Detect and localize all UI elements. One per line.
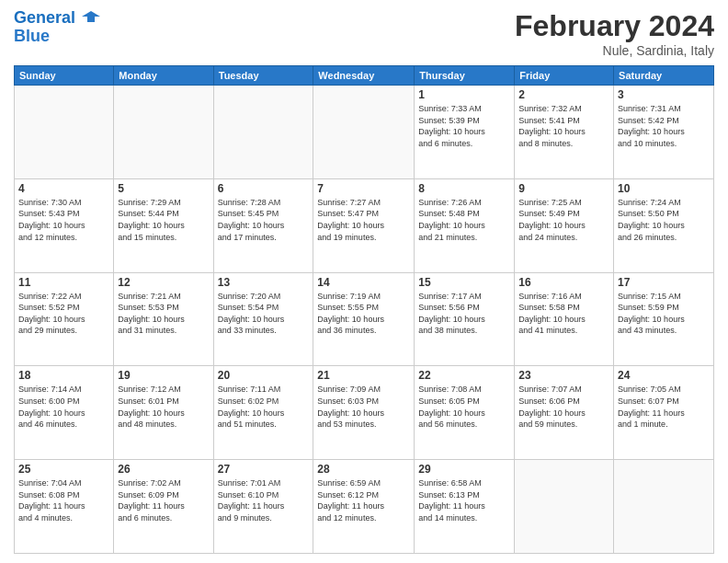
calendar-cell: 24Sunrise: 7:05 AM Sunset: 6:07 PM Dayli…	[614, 366, 714, 460]
calendar-cell	[313, 86, 415, 179]
day-number: 29	[418, 463, 510, 476]
calendar-dow-friday: Friday	[515, 66, 614, 86]
day-info: Sunrise: 7:22 AM Sunset: 5:52 PM Dayligh…	[18, 291, 109, 337]
day-info: Sunrise: 7:11 AM Sunset: 6:02 PM Dayligh…	[218, 384, 310, 430]
day-info: Sunrise: 7:24 AM Sunset: 5:50 PM Dayligh…	[618, 197, 710, 243]
day-info: Sunrise: 7:12 AM Sunset: 6:01 PM Dayligh…	[118, 384, 209, 430]
logo-text: General	[14, 9, 100, 28]
day-info: Sunrise: 7:28 AM Sunset: 5:45 PM Dayligh…	[218, 197, 310, 243]
day-info: Sunrise: 7:15 AM Sunset: 5:59 PM Dayligh…	[618, 291, 710, 337]
day-number: 25	[18, 463, 109, 476]
title-block: February 2024 Nule, Sardinia, Italy	[515, 9, 714, 58]
calendar-week-5: 25Sunrise: 7:04 AM Sunset: 6:08 PM Dayli…	[15, 460, 714, 554]
day-info: Sunrise: 7:17 AM Sunset: 5:56 PM Dayligh…	[418, 291, 510, 337]
calendar-cell: 12Sunrise: 7:21 AM Sunset: 5:53 PM Dayli…	[114, 272, 213, 366]
calendar-cell: 1Sunrise: 7:33 AM Sunset: 5:39 PM Daylig…	[415, 86, 515, 179]
header: General Blue February 2024 Nule, Sardini…	[14, 9, 714, 58]
calendar-week-1: 1Sunrise: 7:33 AM Sunset: 5:39 PM Daylig…	[15, 86, 714, 179]
day-number: 17	[618, 276, 710, 289]
day-info: Sunrise: 7:14 AM Sunset: 6:00 PM Dayligh…	[18, 384, 109, 430]
day-info: Sunrise: 7:04 AM Sunset: 6:08 PM Dayligh…	[18, 477, 109, 523]
day-number: 18	[18, 369, 109, 382]
day-number: 23	[518, 369, 609, 382]
day-number: 1	[418, 88, 510, 101]
calendar-cell: 8Sunrise: 7:26 AM Sunset: 5:48 PM Daylig…	[415, 178, 515, 272]
day-number: 27	[218, 463, 310, 476]
calendar-cell: 17Sunrise: 7:15 AM Sunset: 5:59 PM Dayli…	[614, 272, 714, 366]
calendar-cell: 28Sunrise: 6:59 AM Sunset: 6:12 PM Dayli…	[313, 460, 415, 554]
day-info: Sunrise: 7:25 AM Sunset: 5:49 PM Dayligh…	[518, 197, 609, 243]
calendar-table: SundayMondayTuesdayWednesdayThursdayFrid…	[14, 65, 714, 554]
calendar-cell: 23Sunrise: 7:07 AM Sunset: 6:06 PM Dayli…	[515, 366, 614, 460]
calendar-cell: 15Sunrise: 7:17 AM Sunset: 5:56 PM Dayli…	[415, 272, 515, 366]
day-info: Sunrise: 7:05 AM Sunset: 6:07 PM Dayligh…	[618, 384, 710, 430]
calendar-week-4: 18Sunrise: 7:14 AM Sunset: 6:00 PM Dayli…	[15, 366, 714, 460]
calendar-dow-thursday: Thursday	[415, 66, 515, 86]
logo-bird-icon	[82, 9, 100, 28]
calendar-cell: 19Sunrise: 7:12 AM Sunset: 6:01 PM Dayli…	[114, 366, 213, 460]
logo: General Blue	[14, 9, 100, 46]
svg-marker-0	[82, 11, 100, 22]
day-number: 8	[418, 182, 510, 195]
day-info: Sunrise: 6:58 AM Sunset: 6:13 PM Dayligh…	[418, 477, 510, 523]
day-number: 6	[218, 182, 310, 195]
calendar-cell: 29Sunrise: 6:58 AM Sunset: 6:13 PM Dayli…	[415, 460, 515, 554]
calendar-cell: 14Sunrise: 7:19 AM Sunset: 5:55 PM Dayli…	[313, 272, 415, 366]
day-number: 14	[317, 276, 410, 289]
day-number: 24	[618, 369, 710, 382]
day-info: Sunrise: 7:26 AM Sunset: 5:48 PM Dayligh…	[418, 197, 510, 243]
calendar-header-row: SundayMondayTuesdayWednesdayThursdayFrid…	[15, 66, 714, 86]
day-number: 11	[18, 276, 109, 289]
day-info: Sunrise: 6:59 AM Sunset: 6:12 PM Dayligh…	[317, 477, 410, 523]
page: General Blue February 2024 Nule, Sardini…	[0, 0, 728, 563]
calendar-cell: 26Sunrise: 7:02 AM Sunset: 6:09 PM Dayli…	[114, 460, 213, 554]
calendar-dow-tuesday: Tuesday	[213, 66, 313, 86]
calendar-cell: 13Sunrise: 7:20 AM Sunset: 5:54 PM Dayli…	[213, 272, 313, 366]
day-info: Sunrise: 7:32 AM Sunset: 5:41 PM Dayligh…	[518, 103, 609, 149]
day-info: Sunrise: 7:27 AM Sunset: 5:47 PM Dayligh…	[317, 197, 410, 243]
day-number: 3	[618, 88, 710, 101]
day-info: Sunrise: 7:09 AM Sunset: 6:03 PM Dayligh…	[317, 384, 410, 430]
day-number: 10	[618, 182, 710, 195]
calendar-cell: 9Sunrise: 7:25 AM Sunset: 5:49 PM Daylig…	[515, 178, 614, 272]
day-number: 19	[118, 369, 209, 382]
calendar-cell: 16Sunrise: 7:16 AM Sunset: 5:58 PM Dayli…	[515, 272, 614, 366]
calendar-cell: 22Sunrise: 7:08 AM Sunset: 6:05 PM Dayli…	[415, 366, 515, 460]
calendar-dow-monday: Monday	[114, 66, 213, 86]
calendar-cell	[213, 86, 313, 179]
day-info: Sunrise: 7:30 AM Sunset: 5:43 PM Dayligh…	[18, 197, 109, 243]
calendar-cell: 4Sunrise: 7:30 AM Sunset: 5:43 PM Daylig…	[15, 178, 114, 272]
day-number: 13	[218, 276, 310, 289]
day-info: Sunrise: 7:19 AM Sunset: 5:55 PM Dayligh…	[317, 291, 410, 337]
day-number: 9	[518, 182, 609, 195]
day-info: Sunrise: 7:02 AM Sunset: 6:09 PM Dayligh…	[118, 477, 209, 523]
day-info: Sunrise: 7:20 AM Sunset: 5:54 PM Dayligh…	[218, 291, 310, 337]
day-info: Sunrise: 7:08 AM Sunset: 6:05 PM Dayligh…	[418, 384, 510, 430]
day-number: 26	[118, 463, 209, 476]
calendar-cell	[515, 460, 614, 554]
calendar-cell	[15, 86, 114, 179]
calendar-cell: 18Sunrise: 7:14 AM Sunset: 6:00 PM Dayli…	[15, 366, 114, 460]
day-info: Sunrise: 7:33 AM Sunset: 5:39 PM Dayligh…	[418, 103, 510, 149]
day-info: Sunrise: 7:29 AM Sunset: 5:44 PM Dayligh…	[118, 197, 209, 243]
day-info: Sunrise: 7:21 AM Sunset: 5:53 PM Dayligh…	[118, 291, 209, 337]
day-number: 22	[418, 369, 510, 382]
day-info: Sunrise: 7:01 AM Sunset: 6:10 PM Dayligh…	[218, 477, 310, 523]
calendar-cell	[614, 460, 714, 554]
day-number: 16	[518, 276, 609, 289]
calendar-cell: 3Sunrise: 7:31 AM Sunset: 5:42 PM Daylig…	[614, 86, 714, 179]
logo-blue: Blue	[14, 28, 100, 46]
calendar-cell: 20Sunrise: 7:11 AM Sunset: 6:02 PM Dayli…	[213, 366, 313, 460]
day-number: 15	[418, 276, 510, 289]
calendar-dow-saturday: Saturday	[614, 66, 714, 86]
calendar-cell: 10Sunrise: 7:24 AM Sunset: 5:50 PM Dayli…	[614, 178, 714, 272]
calendar-cell: 2Sunrise: 7:32 AM Sunset: 5:41 PM Daylig…	[515, 86, 614, 179]
calendar-cell: 7Sunrise: 7:27 AM Sunset: 5:47 PM Daylig…	[313, 178, 415, 272]
day-info: Sunrise: 7:31 AM Sunset: 5:42 PM Dayligh…	[618, 103, 710, 149]
day-info: Sunrise: 7:16 AM Sunset: 5:58 PM Dayligh…	[518, 291, 609, 337]
day-number: 12	[118, 276, 209, 289]
day-number: 2	[518, 88, 609, 101]
main-title: February 2024	[515, 9, 714, 43]
calendar-cell: 27Sunrise: 7:01 AM Sunset: 6:10 PM Dayli…	[213, 460, 313, 554]
calendar-cell: 6Sunrise: 7:28 AM Sunset: 5:45 PM Daylig…	[213, 178, 313, 272]
